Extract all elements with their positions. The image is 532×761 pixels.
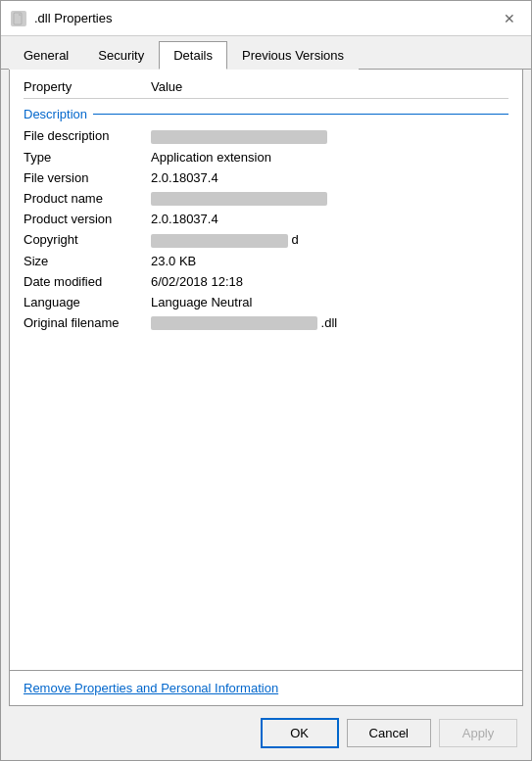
row-value: 2.0.18037.4 bbox=[151, 212, 508, 226]
properties-window: .dll Properties ✕ General Security Detai… bbox=[0, 0, 532, 761]
row-value: .dll bbox=[151, 315, 508, 331]
row-property: Date modified bbox=[24, 274, 151, 289]
row-property: Product name bbox=[24, 191, 151, 206]
table-row: File version 2.0.18037.4 bbox=[24, 167, 508, 188]
row-property: File version bbox=[24, 170, 151, 185]
blurred-value bbox=[151, 130, 327, 144]
table-row: Product version 2.0.18037.4 bbox=[24, 209, 508, 229]
table-row: Product name bbox=[24, 188, 508, 210]
row-property: Product version bbox=[24, 212, 151, 226]
row-property: Size bbox=[24, 254, 151, 268]
table-row: Copyright d bbox=[24, 229, 508, 251]
row-value: d bbox=[151, 232, 508, 248]
row-property: Language bbox=[24, 295, 151, 309]
table-row: Original filename .dll bbox=[24, 312, 508, 334]
row-value bbox=[151, 191, 508, 207]
blurred-value bbox=[151, 192, 327, 206]
tab-details[interactable]: Details bbox=[159, 41, 227, 70]
col-value-header: Value bbox=[151, 79, 508, 94]
tab-general[interactable]: General bbox=[9, 41, 83, 70]
cancel-button[interactable]: Cancel bbox=[347, 719, 431, 747]
table-row: File description bbox=[24, 125, 508, 147]
row-property: Type bbox=[24, 150, 151, 165]
blurred-value bbox=[151, 234, 288, 248]
window-title: .dll Properties bbox=[34, 11, 112, 25]
row-value bbox=[151, 128, 508, 144]
table-row: Size 23.0 KB bbox=[24, 251, 508, 271]
remove-properties-link[interactable]: Remove Properties and Personal Informati… bbox=[24, 681, 278, 695]
row-value: Application extension bbox=[151, 150, 508, 165]
row-property: Copyright bbox=[24, 232, 151, 247]
footer-link-area: Remove Properties and Personal Informati… bbox=[9, 671, 523, 706]
table-header: Property Value bbox=[24, 79, 508, 99]
table-row: Type Application extension bbox=[24, 147, 508, 167]
file-icon bbox=[11, 11, 26, 26]
section-description: Description bbox=[24, 107, 508, 121]
row-property: Original filename bbox=[24, 315, 151, 330]
row-value: 6/02/2018 12:18 bbox=[151, 274, 508, 289]
tab-bar: General Security Details Previous Versio… bbox=[1, 36, 531, 70]
table-row: Date modified 6/02/2018 12:18 bbox=[24, 271, 508, 292]
table-row: Language Language Neutral bbox=[24, 292, 508, 312]
button-bar: OK Cancel Apply bbox=[1, 706, 531, 760]
ok-button[interactable]: OK bbox=[261, 718, 339, 748]
apply-button[interactable]: Apply bbox=[439, 719, 517, 747]
close-button[interactable]: ✕ bbox=[498, 9, 521, 28]
blurred-value bbox=[151, 316, 317, 330]
row-value: 23.0 KB bbox=[151, 254, 508, 268]
row-value: 2.0.18037.4 bbox=[151, 170, 508, 185]
title-bar: .dll Properties ✕ bbox=[1, 1, 531, 36]
row-value: Language Neutral bbox=[151, 295, 508, 309]
row-property: File description bbox=[24, 128, 151, 143]
tab-previous-versions[interactable]: Previous Versions bbox=[227, 41, 359, 70]
details-content: Property Value Description File descript… bbox=[9, 70, 523, 671]
tab-security[interactable]: Security bbox=[83, 41, 159, 70]
col-property-header: Property bbox=[24, 79, 151, 94]
title-bar-left: .dll Properties bbox=[11, 11, 112, 26]
